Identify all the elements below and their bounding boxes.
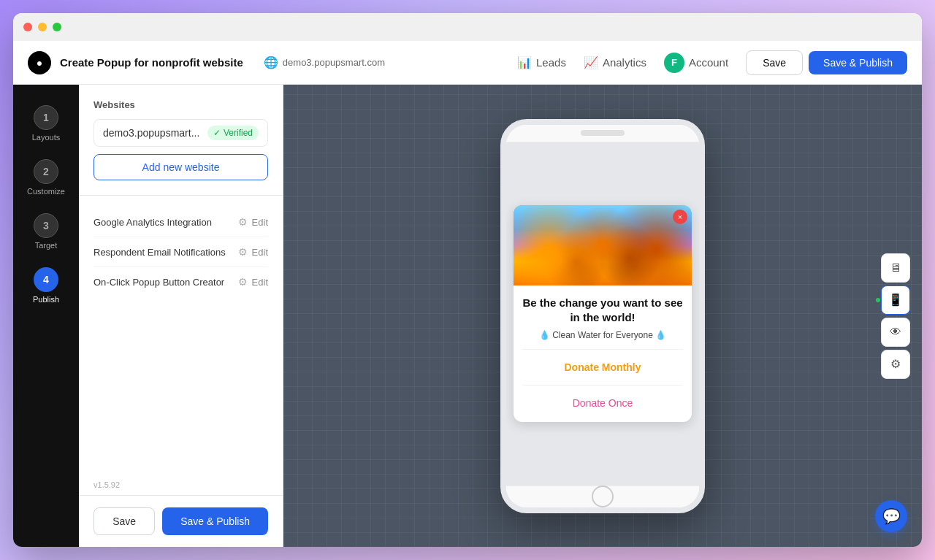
phone-bottom-bar: [506, 486, 699, 507]
top-navigation: ● Create Popup for nonprofit website 🌐 d…: [13, 41, 922, 85]
preview-button[interactable]: 👁: [881, 318, 910, 347]
verified-badge: ✓ Verified: [207, 126, 259, 140]
settings-analytics-icon: ⚙: [238, 216, 248, 228]
mobile-icon: 📱: [888, 293, 903, 307]
settings-email-label: Respondent Email Notifications: [94, 247, 226, 258]
main-layout: 1 Layouts 2 Customize 3 Target 4 Publish: [13, 85, 922, 547]
settings-analytics-label: Google Analytics Integration: [94, 217, 212, 228]
logo-area: ● Create Popup for nonprofit website 🌐 d…: [28, 51, 517, 74]
popup-headline: Be the change you want to see in the wor…: [522, 296, 683, 324]
app-window: ● Create Popup for nonprofit website 🌐 d…: [13, 13, 922, 547]
version-text: v1.5.92: [79, 477, 283, 495]
settings-onclick-edit[interactable]: Edit: [252, 277, 268, 288]
account-label: Account: [689, 56, 728, 69]
settings-onclick-label: On-Click Popup Button Creator: [94, 277, 224, 288]
divider-1: [79, 195, 283, 196]
step-1-label: Layouts: [32, 133, 61, 142]
step-1-layouts[interactable]: 1 Layouts: [13, 99, 79, 147]
website-item: demo3.popupsmart... ✓ Verified: [94, 119, 268, 147]
site-url-display: 🌐 demo3.popupsmart.com: [264, 55, 385, 69]
dot-minimize[interactable]: [38, 23, 47, 31]
popup-card: × Be the change you want to see in the w…: [514, 205, 692, 422]
window-titlebar: [13, 13, 922, 41]
steps-sidebar: 1 Layouts 2 Customize 3 Target 4 Publish: [13, 85, 79, 547]
globe-icon: 🌐: [264, 55, 278, 69]
avatar: F: [664, 53, 684, 73]
nav-analytics[interactable]: 📈 Analytics: [584, 55, 646, 69]
chat-bubble-button[interactable]: 💬: [875, 500, 907, 532]
popup-close-button[interactable]: ×: [673, 210, 687, 224]
settings-onclick-actions: ⚙ Edit: [238, 276, 268, 288]
settings-analytics-edit[interactable]: Edit: [252, 217, 268, 228]
settings-analytics-actions: ⚙ Edit: [238, 216, 268, 228]
preview-area: × Be the change you want to see in the w…: [283, 85, 922, 547]
mobile-view-button[interactable]: 📱: [881, 285, 910, 315]
donate-monthly-button[interactable]: Donate Monthly: [522, 356, 683, 379]
panel-footer: Save Save & Publish: [79, 495, 283, 547]
step-4-label: Publish: [33, 295, 59, 304]
app-container: ● Create Popup for nonprofit website 🌐 d…: [13, 41, 922, 547]
chat-icon: 💬: [882, 507, 901, 525]
step-3-target[interactable]: 3 Target: [13, 207, 79, 256]
donate-once-button[interactable]: Donate Once: [522, 391, 683, 415]
websites-title: Websites: [94, 99, 268, 110]
popup-image-visual: [514, 205, 692, 285]
add-website-button[interactable]: Add new website: [94, 154, 268, 180]
logo-symbol: ●: [37, 57, 42, 69]
right-toolbar: 🖥 📱 👁 ⚙: [881, 253, 910, 379]
analytics-label: Analytics: [603, 56, 646, 69]
active-device-indicator: [876, 298, 880, 302]
analytics-icon: 📈: [584, 55, 598, 69]
websites-section: Websites demo3.popupsmart... ✓ Verified …: [79, 85, 283, 192]
nav-leads[interactable]: 📊 Leads: [517, 55, 566, 69]
settings-email-icon: ⚙: [238, 246, 248, 258]
desktop-icon: 🖥: [890, 261, 901, 275]
popup-body: Be the change you want to see in the wor…: [514, 285, 692, 422]
desktop-view-button[interactable]: 🖥: [881, 253, 910, 283]
step-2-customize[interactable]: 2 Customize: [13, 153, 79, 202]
settings-analytics-item[interactable]: Google Analytics Integration ⚙ Edit: [94, 207, 268, 237]
page-title: Create Popup for nonprofit website: [60, 56, 243, 69]
popup-image: ×: [514, 205, 692, 285]
popup-container: × Be the change you want to see in the w…: [506, 142, 699, 486]
check-icon: ✓: [213, 128, 221, 138]
settings-list: Google Analytics Integration ⚙ Edit Resp…: [79, 199, 283, 305]
settings-email-actions: ⚙ Edit: [238, 246, 268, 258]
settings-toolbar-button[interactable]: ⚙: [881, 350, 910, 379]
popup-divider-2: [522, 385, 683, 386]
save-button[interactable]: Save: [746, 50, 803, 75]
app-logo: ●: [28, 51, 51, 74]
nav-links: 📊 Leads 📈 Analytics F Account: [517, 53, 728, 73]
popup-divider: [522, 349, 683, 350]
close-icon: ×: [678, 212, 682, 221]
panel-footer-area: v1.5.92 Save Save & Publish: [79, 477, 283, 547]
website-name: demo3.popupsmart...: [103, 127, 199, 139]
dot-maximize[interactable]: [53, 23, 61, 31]
footer-save-button[interactable]: Save: [94, 507, 155, 535]
preview-icon: 👁: [890, 326, 901, 339]
settings-email-item[interactable]: Respondent Email Notifications ⚙ Edit: [94, 237, 268, 267]
nav-account[interactable]: F Account: [664, 53, 728, 73]
step-3-label: Target: [35, 241, 58, 250]
settings-email-edit[interactable]: Edit: [252, 247, 268, 258]
gear-icon: ⚙: [890, 357, 901, 371]
leads-icon: 📊: [517, 55, 532, 69]
dot-close[interactable]: [23, 23, 32, 31]
site-url-text: demo3.popupsmart.com: [283, 57, 385, 68]
step-2-label: Customize: [27, 187, 65, 196]
leads-label: Leads: [536, 56, 566, 69]
step-2-circle: 2: [34, 159, 58, 184]
phone-mockup: × Be the change you want to see in the w…: [500, 119, 705, 513]
save-publish-button[interactable]: Save & Publish: [809, 51, 907, 74]
phone-notch: [581, 130, 625, 136]
phone-top-bar: [506, 125, 699, 142]
step-4-circle: 4: [34, 267, 58, 292]
verified-text: Verified: [224, 128, 253, 138]
step-1-circle: 1: [34, 105, 58, 130]
left-panel: Websites demo3.popupsmart... ✓ Verified …: [79, 85, 283, 547]
step-3-circle: 3: [34, 213, 58, 238]
settings-onclick-item[interactable]: On-Click Popup Button Creator ⚙ Edit: [94, 267, 268, 296]
home-button[interactable]: [592, 486, 614, 507]
step-4-publish[interactable]: 4 Publish: [13, 261, 79, 310]
footer-publish-button[interactable]: Save & Publish: [162, 507, 268, 535]
